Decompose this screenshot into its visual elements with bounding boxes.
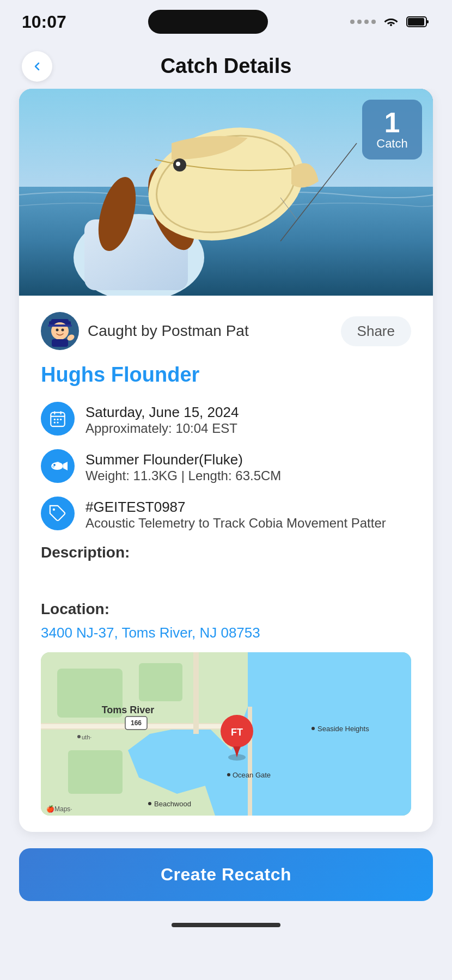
- page-title: Catch Details: [161, 54, 292, 78]
- map-container[interactable]: 166 Toms River uth· Seaside Heights O: [41, 652, 411, 816]
- svg-text:Ocean Gate: Ocean Gate: [233, 771, 271, 779]
- catch-detail-card: 1 Catch: [19, 89, 433, 832]
- location-label: Location:: [41, 601, 411, 618]
- tag-line2: Acoustic Telemetry to Track Cobia Moveme…: [85, 516, 386, 531]
- signal-dots: [350, 20, 376, 24]
- svg-point-29: [57, 421, 58, 423]
- description-content: [41, 568, 411, 590]
- tag-info-row: #GEITEST0987 Acoustic Telemetry to Track…: [41, 497, 411, 531]
- svg-text:🍎Maps·: 🍎Maps·: [46, 805, 72, 813]
- description-label: Description:: [41, 544, 411, 561]
- svg-text:Toms River: Toms River: [102, 705, 155, 715]
- svg-point-51: [227, 773, 230, 776]
- caught-by-text: Caught by Postman Pat: [88, 322, 249, 340]
- svg-point-32: [54, 464, 55, 465]
- caught-by-row: Caught by Postman Pat Share: [41, 312, 411, 350]
- status-icons: [350, 15, 430, 28]
- svg-point-25: [54, 419, 56, 420]
- svg-point-21: [62, 329, 64, 332]
- fish-info-row: Summer Flounder(Fluke) Weight: 11.3KG | …: [41, 449, 411, 483]
- svg-text:166: 166: [131, 719, 142, 727]
- svg-text:Seaside Heights: Seaside Heights: [317, 725, 369, 733]
- header: Catch Details: [0, 44, 452, 89]
- status-time: 10:07: [22, 12, 66, 32]
- battery-icon: [406, 15, 430, 28]
- fish-icon: [41, 449, 75, 483]
- status-bar: 10:07: [0, 0, 452, 44]
- fish-info-text: Summer Flounder(Fluke) Weight: 11.3KG | …: [85, 449, 281, 483]
- svg-point-28: [54, 421, 56, 423]
- svg-rect-44: [139, 663, 182, 701]
- wifi-icon: [381, 15, 401, 28]
- card-body: Caught by Postman Pat Share Hughs Flound…: [19, 296, 433, 832]
- svg-text:Beachwood: Beachwood: [154, 800, 191, 808]
- svg-rect-45: [68, 750, 123, 794]
- fish-line2: Weight: 11.3KG | Length: 63.5CM: [85, 468, 281, 483]
- date-line2: Approximately: 10:04 EST: [85, 421, 239, 436]
- recatch-btn-wrap: Create Recatch: [19, 848, 433, 901]
- catch-badge-label: Catch: [376, 137, 407, 151]
- tag-line1: #GEITEST0987: [85, 499, 386, 516]
- svg-point-33: [53, 509, 55, 511]
- home-indicator: [172, 923, 280, 927]
- dynamic-island: [148, 10, 268, 34]
- catch-badge-number: 1: [384, 108, 400, 137]
- svg-rect-19: [48, 324, 72, 327]
- svg-text:uth·: uth·: [82, 734, 91, 740]
- svg-point-47: [77, 735, 81, 738]
- avatar: [41, 312, 79, 350]
- location-address: 3400 NJ-37, Toms River, NJ 08753: [41, 624, 411, 641]
- map-svg: 166 Toms River uth· Seaside Heights O: [41, 652, 411, 816]
- svg-point-53: [148, 802, 151, 805]
- svg-point-27: [60, 419, 62, 420]
- svg-point-49: [311, 727, 315, 730]
- fish-line1: Summer Flounder(Fluke): [85, 451, 281, 468]
- date-info-row: Saturday, June 15, 2024 Approximately: 1…: [41, 402, 411, 436]
- svg-rect-2: [408, 18, 424, 26]
- calendar-icon: [41, 402, 75, 436]
- share-button[interactable]: Share: [341, 316, 411, 346]
- caught-by-left: Caught by Postman Pat: [41, 312, 249, 350]
- svg-rect-41: [193, 652, 199, 734]
- svg-text:FT: FT: [231, 727, 243, 738]
- hero-image: 1 Catch: [19, 89, 433, 296]
- back-button[interactable]: [22, 51, 52, 82]
- svg-point-20: [56, 329, 59, 332]
- svg-rect-1: [426, 20, 429, 23]
- species-name: Hughs Flounder: [41, 363, 411, 387]
- svg-point-26: [57, 419, 58, 420]
- catch-badge: 1 Catch: [362, 100, 422, 160]
- date-line1: Saturday, June 15, 2024: [85, 404, 239, 421]
- svg-point-14: [176, 162, 180, 166]
- tag-icon: [41, 497, 75, 530]
- date-info-text: Saturday, June 15, 2024 Approximately: 1…: [85, 402, 239, 436]
- svg-rect-22: [52, 339, 68, 347]
- create-recatch-button[interactable]: Create Recatch: [19, 848, 433, 901]
- tag-info-text: #GEITEST0987 Acoustic Telemetry to Track…: [85, 497, 386, 531]
